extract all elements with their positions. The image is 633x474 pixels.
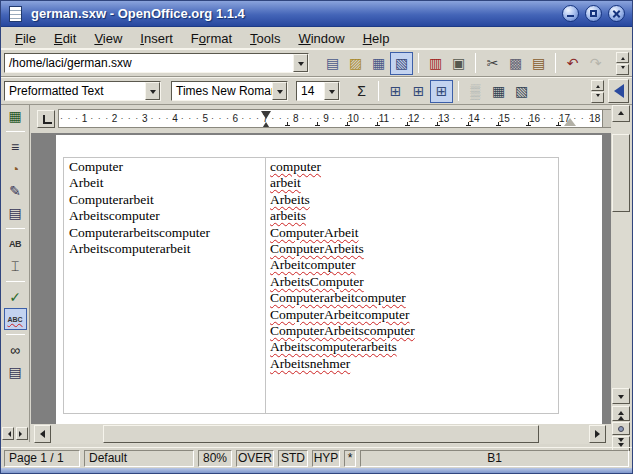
optimal-column-width-icon[interactable]: ⊞ bbox=[384, 80, 407, 103]
insert-mode-field[interactable]: OVER bbox=[236, 450, 274, 467]
document-line[interactable]: Computerarbeitcomputer bbox=[270, 290, 415, 306]
ruler-mark[interactable]: 10 bbox=[331, 110, 361, 127]
paragraph-style-value[interactable]: Preformatted Text bbox=[5, 84, 145, 98]
direct-cursor-icon[interactable]: ⌶ bbox=[4, 255, 27, 277]
horizontal-ruler[interactable]: 123456789101112131415161718 bbox=[58, 109, 612, 128]
insert-table-icon[interactable]: ▦ bbox=[4, 105, 27, 127]
document-line[interactable]: arbeits bbox=[270, 208, 415, 224]
form-functions-icon[interactable]: ▤ bbox=[4, 202, 27, 224]
menu-insert[interactable]: Insert bbox=[131, 29, 182, 48]
print-icon[interactable]: ▣ bbox=[447, 52, 470, 75]
document-line[interactable]: Arbeitsnehmer bbox=[270, 356, 415, 372]
column-width-icon[interactable]: ⊞ bbox=[430, 80, 453, 103]
ruler-mark[interactable]: 12 bbox=[391, 110, 421, 127]
borders-icon[interactable]: ▦ bbox=[487, 80, 510, 103]
document-line[interactable]: ComputerArbeits bbox=[270, 241, 415, 257]
horizontal-scrollbar-thumb[interactable] bbox=[103, 425, 539, 443]
ruler-mark[interactable]: 9 bbox=[301, 110, 331, 127]
redo-icon[interactable]: ↷ bbox=[584, 52, 607, 75]
document-line[interactable]: ComputerArbeitscomputer bbox=[270, 323, 415, 339]
minimize-button[interactable] bbox=[562, 5, 579, 22]
close-button[interactable] bbox=[608, 5, 625, 22]
spellcheck-icon[interactable]: ✓ bbox=[4, 286, 27, 308]
save-icon[interactable]: ▦ bbox=[367, 52, 390, 75]
menu-file[interactable]: File bbox=[6, 29, 45, 48]
background-color-icon[interactable]: ▒ bbox=[464, 80, 487, 103]
document-line[interactable]: Computerarbeitscomputer bbox=[69, 225, 210, 241]
ruler-mark[interactable]: 13 bbox=[421, 110, 451, 127]
paragraph-style-combobox[interactable]: Preformatted Text bbox=[4, 81, 161, 101]
menu-view[interactable]: View bbox=[85, 29, 131, 48]
export-pdf-icon[interactable]: ▥ bbox=[424, 52, 447, 75]
right-indent-marker[interactable] bbox=[564, 112, 576, 126]
table-column-divider-marker[interactable] bbox=[261, 111, 272, 128]
document-line[interactable]: Arbeitscomputerarbeits bbox=[270, 339, 415, 355]
toolbar-scroll-down-button[interactable] bbox=[591, 92, 604, 103]
document-line[interactable]: Arbeitscomputerarbeit bbox=[69, 241, 210, 257]
horizontal-scrollbar[interactable] bbox=[31, 424, 611, 444]
insert-object-icon[interactable]: ◔ bbox=[4, 158, 27, 180]
draw-functions-icon[interactable]: ✎ bbox=[4, 180, 27, 202]
url-value[interactable]: /home/laci/german.sxw bbox=[5, 56, 293, 70]
page-style-field[interactable]: Default bbox=[84, 450, 194, 467]
undo-icon[interactable]: ↶ bbox=[561, 52, 584, 75]
url-dropdown-button[interactable] bbox=[293, 54, 308, 72]
font-name-value[interactable]: Times New Roman bbox=[172, 84, 272, 98]
scroll-down-button[interactable] bbox=[612, 388, 630, 404]
document-line[interactable]: Arbeit bbox=[69, 175, 210, 191]
style-dropdown-button[interactable] bbox=[145, 82, 160, 100]
open-icon[interactable]: ▨ bbox=[344, 52, 367, 75]
ruler-mark[interactable]: 5 bbox=[180, 110, 210, 127]
titlebar[interactable]: german.sxw - OpenOffice.org 1.1.4 bbox=[1, 1, 632, 27]
ruler-mark[interactable]: 3 bbox=[119, 110, 149, 127]
document-line[interactable]: ComputerArbeitcomputer bbox=[270, 307, 415, 323]
menu-tools[interactable]: Tools bbox=[241, 29, 289, 48]
font-dropdown-button[interactable] bbox=[272, 82, 287, 100]
size-dropdown-button[interactable] bbox=[324, 82, 339, 100]
data-sources-icon[interactable]: ▤ bbox=[4, 361, 27, 383]
previous-toolbar-button[interactable] bbox=[608, 79, 629, 103]
scroll-left-button[interactable] bbox=[34, 425, 51, 443]
find-replace-icon[interactable]: ∞ bbox=[4, 339, 27, 361]
hyperlink-mode-field[interactable]: HYP bbox=[312, 450, 340, 467]
scroll-right-button[interactable] bbox=[589, 425, 606, 443]
navigation-button[interactable] bbox=[612, 422, 630, 435]
ruler-mark[interactable]: 14 bbox=[451, 110, 481, 127]
new-document-icon[interactable]: ▤ bbox=[321, 52, 344, 75]
page-number-field[interactable]: Page 1 / 1 bbox=[4, 450, 80, 467]
menu-format[interactable]: Format bbox=[182, 29, 241, 48]
ruler-mark[interactable]: 2 bbox=[89, 110, 119, 127]
url-combobox[interactable]: /home/laci/german.sxw bbox=[4, 53, 309, 73]
table-cell-left[interactable]: ComputerArbeitComputerarbeitArbeitscompu… bbox=[69, 159, 210, 257]
copy-icon[interactable]: ▩ bbox=[504, 52, 527, 75]
autospellcheck-icon[interactable]: ABC bbox=[4, 308, 27, 330]
font-name-combobox[interactable]: Times New Roman bbox=[171, 81, 288, 101]
insert-fields-icon[interactable]: ≡ bbox=[4, 136, 27, 158]
ruler-mark[interactable]: 8 bbox=[270, 110, 300, 127]
toolbar-scroll-down-button[interactable] bbox=[616, 64, 629, 75]
sum-icon[interactable]: Σ bbox=[350, 80, 373, 103]
tab-stop-type-selector[interactable] bbox=[37, 110, 55, 128]
ruler-mark[interactable]: 16 bbox=[512, 110, 542, 127]
ruler-mark[interactable]: 6 bbox=[210, 110, 240, 127]
document-line[interactable]: ArbeitsComputer bbox=[270, 274, 415, 290]
document-page[interactable]: ComputerArbeitComputerarbeitArbeitscompu… bbox=[56, 135, 602, 424]
space-columns-equally-icon[interactable]: ⊞ bbox=[407, 80, 430, 103]
document-line[interactable]: arbeit bbox=[270, 175, 415, 191]
paste-icon[interactable]: ▤ bbox=[527, 52, 550, 75]
toolbar-scroll-up-button[interactable] bbox=[591, 80, 604, 91]
font-size-combobox[interactable]: 14 bbox=[296, 81, 340, 101]
document-line[interactable]: Arbeitscomputer bbox=[69, 208, 210, 224]
table-cell-right[interactable]: computerarbeitArbeitsarbeitsComputerArbe… bbox=[270, 159, 415, 372]
ruler-mark[interactable]: 1 bbox=[59, 110, 89, 127]
toolbar-scroll-left-button[interactable] bbox=[2, 427, 14, 440]
edit-file-icon[interactable]: ▧ bbox=[390, 52, 413, 75]
document-table[interactable]: ComputerArbeitComputerarbeitArbeitscompu… bbox=[63, 157, 559, 414]
menu-help[interactable]: Help bbox=[354, 29, 399, 48]
toolbar-scroll-right-button[interactable] bbox=[16, 427, 28, 440]
document-line[interactable]: Arbeits bbox=[270, 192, 415, 208]
document-line[interactable]: Arbeitcomputer bbox=[270, 257, 415, 273]
vertical-scrollbar-thumb[interactable] bbox=[612, 134, 630, 212]
selection-mode-field[interactable]: STD bbox=[278, 450, 308, 467]
border-style-icon[interactable]: ▧ bbox=[510, 80, 533, 103]
